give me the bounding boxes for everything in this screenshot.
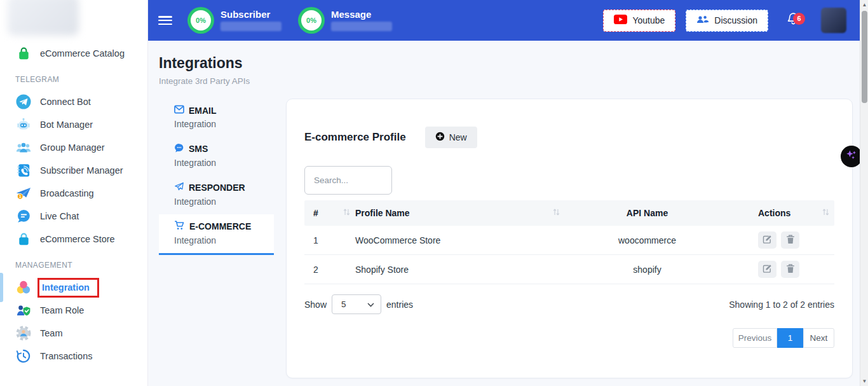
sidebar-item-label: Live Chat <box>40 211 79 221</box>
subscriber-stat-label: Subscriber <box>220 10 281 19</box>
table-header-row: # Profile Name API Name Actions <box>304 200 834 226</box>
app-window: eCommerce Catalog TELEGRAM Connect Bot B… <box>0 0 868 386</box>
search-input[interactable] <box>304 166 392 195</box>
previous-page-button[interactable]: Previous <box>733 328 777 348</box>
sidebar-item-label: Integration <box>42 282 90 293</box>
sidebar-section-telegram: TELEGRAM <box>0 75 147 84</box>
sidebar-item-label: eCommerce Catalog <box>40 48 125 59</box>
sidebar-item-integration[interactable]: Integration <box>0 276 147 299</box>
tab-ecommerce-integration[interactable]: E-COMMERCE Integration <box>159 214 274 255</box>
ai-assistant-button[interactable] <box>841 146 862 167</box>
sidebar-item-label: Bot Manager <box>40 120 93 130</box>
edit-button[interactable] <box>758 261 776 278</box>
app-logo <box>8 0 79 36</box>
scrollbar-thumb[interactable] <box>862 11 867 103</box>
current-page-button[interactable]: 1 <box>777 328 803 348</box>
sidebar-section-management: MANAGEMENT <box>0 261 147 270</box>
tab-subtitle: Integration <box>174 119 266 129</box>
col-header-profile[interactable]: Profile Name <box>355 208 410 218</box>
sort-icon[interactable] <box>822 208 829 218</box>
topbar: 0% Subscriber 0% Message Youtu <box>148 0 868 41</box>
sort-icon[interactable] <box>553 208 560 218</box>
discussion-button-label: Discussion <box>714 15 757 25</box>
sidebar-item-label: Transactions <box>40 351 92 361</box>
blue-shopping-bag-icon <box>15 231 32 247</box>
edit-button[interactable] <box>758 231 776 249</box>
green-shopping-bag-icon <box>15 45 32 62</box>
discussion-button[interactable]: Discussion <box>686 10 768 32</box>
panel-title: E-commerce Profile <box>304 131 406 144</box>
show-label: Show <box>304 300 327 310</box>
scrollbar-down-arrow[interactable]: ▼ <box>860 376 868 386</box>
palette-circles-icon <box>15 279 32 296</box>
gear-person-icon <box>15 325 32 341</box>
sidebar-item-bot-manager[interactable]: Bot Manager <box>0 113 147 136</box>
sms-bubble-icon <box>174 143 184 155</box>
sidebar-item-transactions[interactable]: Transactions <box>0 345 147 368</box>
col-header-api[interactable]: API Name <box>627 208 668 218</box>
sidebar-item-label: eCommerce Store <box>40 234 115 244</box>
chat-bubble-icon <box>15 208 32 224</box>
hamburger-menu-icon[interactable] <box>158 14 175 27</box>
tab-title: EMAIL <box>189 106 217 116</box>
annotation-highlight-box: Integration <box>37 278 99 298</box>
tab-subtitle: Integration <box>174 158 266 168</box>
youtube-icon <box>614 15 627 26</box>
new-profile-button[interactable]: New <box>425 127 477 148</box>
sidebar-item-team[interactable]: Team <box>0 322 147 345</box>
sidebar-item-label: Connect Bot <box>40 97 91 107</box>
tab-responder-integration[interactable]: RESPONDER Integration <box>159 176 274 214</box>
subscriber-progress-ring: 0% <box>187 7 214 34</box>
sidebar-item-live-chat[interactable]: Live Chat <box>0 205 147 228</box>
edit-icon <box>763 264 772 275</box>
subscriber-stat-redacted <box>220 22 281 31</box>
sidebar-item-label: Subscriber Manager <box>40 165 123 176</box>
chevron-down-icon <box>367 300 374 309</box>
tab-title: SMS <box>189 144 208 154</box>
table-row: 2 Shopify Store shopify <box>304 255 834 284</box>
tab-sms-integration[interactable]: SMS Integration <box>159 137 274 176</box>
sidebar-item-group-manager[interactable]: Group Manager <box>0 136 147 159</box>
page-size-select[interactable]: 5 <box>332 294 381 314</box>
sidebar-item-connect-bot[interactable]: Connect Bot <box>0 90 147 113</box>
robot-icon <box>15 116 32 133</box>
content-area: Integrations Integrate 3rd Party APIs EM… <box>148 41 868 386</box>
sidebar-item-subscriber-manager[interactable]: Subscriber Manager <box>0 159 147 182</box>
sidebar: eCommerce Catalog TELEGRAM Connect Bot B… <box>0 0 148 386</box>
sparkles-icon <box>845 149 858 164</box>
subscriber-progress-value: 0% <box>191 10 211 31</box>
plus-circle-icon <box>435 132 445 143</box>
row-num: 1 <box>304 235 355 245</box>
delete-button[interactable] <box>781 231 799 249</box>
page-size-value: 5 <box>341 300 346 309</box>
ecommerce-profile-card: E-commerce Profile New # P <box>286 99 853 378</box>
row-profile-name: WooCommerce Store <box>355 235 565 245</box>
profiles-table: # Profile Name API Name Actions <box>304 200 834 284</box>
discussion-users-icon <box>696 15 709 27</box>
notifications-button[interactable]: 6 <box>786 11 801 30</box>
delete-icon <box>786 235 795 246</box>
sidebar-item-broadcasting[interactable]: 1 Broadcasting <box>0 182 147 205</box>
sidebar-item-ecommerce-catalog[interactable]: eCommerce Catalog <box>0 42 147 65</box>
shopping-cart-icon <box>174 221 185 232</box>
message-stat-redacted <box>331 22 392 31</box>
delete-button[interactable] <box>781 261 799 278</box>
scrollbar-up-arrow[interactable]: ▲ <box>860 0 868 10</box>
avatar[interactable] <box>821 8 846 33</box>
sidebar-item-team-role[interactable]: Team Role <box>0 299 147 322</box>
integration-subnav: EMAIL Integration SMS Integration RESPON… <box>159 99 274 255</box>
sort-icon[interactable] <box>343 208 350 218</box>
next-page-button[interactable]: Next <box>803 328 834 348</box>
row-api-name: shopify <box>565 265 729 275</box>
col-header-num[interactable]: # <box>313 208 318 218</box>
tab-title: E-COMMERCE <box>189 221 251 231</box>
person-shield-icon <box>15 302 32 319</box>
youtube-button[interactable]: Youtube <box>603 10 675 32</box>
entries-summary: Showing 1 to 2 of 2 entries <box>729 300 834 310</box>
col-header-actions[interactable]: Actions <box>758 208 790 218</box>
row-profile-name: Shopify Store <box>355 265 565 275</box>
tab-email-integration[interactable]: EMAIL Integration <box>159 99 274 137</box>
sidebar-item-ecommerce-store[interactable]: eCommerce Store <box>0 228 147 251</box>
browser-scrollbar[interactable]: ▲ ▼ <box>860 0 868 386</box>
pagination: Previous 1 Next <box>304 328 834 348</box>
